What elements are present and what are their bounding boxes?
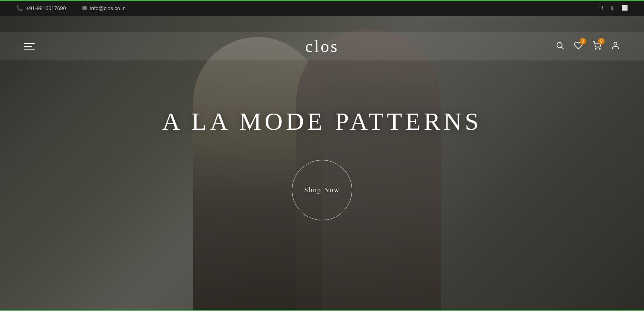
- nav-center: clos: [305, 37, 339, 56]
- phone-contact: 📞 +91-9810017690: [16, 5, 66, 11]
- instagram-link[interactable]: ⬜: [621, 5, 628, 11]
- twitter-icon: 𝕥: [611, 5, 613, 11]
- phone-icon: 📞: [16, 5, 23, 11]
- search-button[interactable]: [555, 41, 564, 52]
- hamburger-line-1: [24, 43, 35, 44]
- wishlist-badge: 0: [580, 38, 586, 44]
- email-address: info@clos.co.in: [90, 5, 126, 11]
- hamburger-line-3: [24, 49, 35, 50]
- wishlist-button[interactable]: 0: [574, 41, 583, 52]
- phone-number: +91-9810017690: [26, 5, 66, 11]
- svg-point-0: [557, 43, 562, 48]
- brand-logo[interactable]: clos: [305, 37, 339, 56]
- shop-now-button[interactable]: Shop Now: [292, 160, 352, 220]
- hero-title: A LA MODE PATTERNS: [162, 107, 482, 136]
- instagram-icon: ⬜: [621, 5, 628, 11]
- svg-point-4: [614, 42, 617, 45]
- svg-point-3: [599, 48, 600, 49]
- email-icon: ✉: [82, 5, 87, 11]
- nav-left: [24, 43, 35, 50]
- facebook-icon: f: [601, 5, 603, 11]
- cart-button[interactable]: 0: [592, 41, 601, 52]
- topbar: 📞 +91-9810017690 ✉ info@clos.co.in f 𝕥 ⬜: [0, 0, 644, 16]
- navbar: clos 0: [0, 32, 644, 60]
- nav-right: 0 0: [555, 41, 620, 52]
- facebook-link[interactable]: f: [601, 5, 603, 11]
- hamburger-line-2: [24, 46, 32, 47]
- account-button[interactable]: [611, 41, 620, 52]
- email-contact: ✉ info@clos.co.in: [82, 5, 126, 11]
- user-icon: [611, 41, 620, 50]
- social-links: f 𝕥 ⬜: [601, 5, 628, 11]
- svg-line-1: [561, 47, 564, 49]
- topbar-left: 📞 +91-9810017690 ✉ info@clos.co.in: [16, 5, 126, 11]
- hamburger-menu-button[interactable]: [24, 43, 35, 50]
- top-accent-line: [0, 0, 644, 1]
- twitter-link[interactable]: 𝕥: [611, 5, 613, 11]
- hero-section: clos 0: [0, 16, 644, 311]
- svg-point-2: [595, 48, 596, 49]
- cart-badge: 0: [598, 38, 605, 44]
- search-icon: [555, 41, 564, 50]
